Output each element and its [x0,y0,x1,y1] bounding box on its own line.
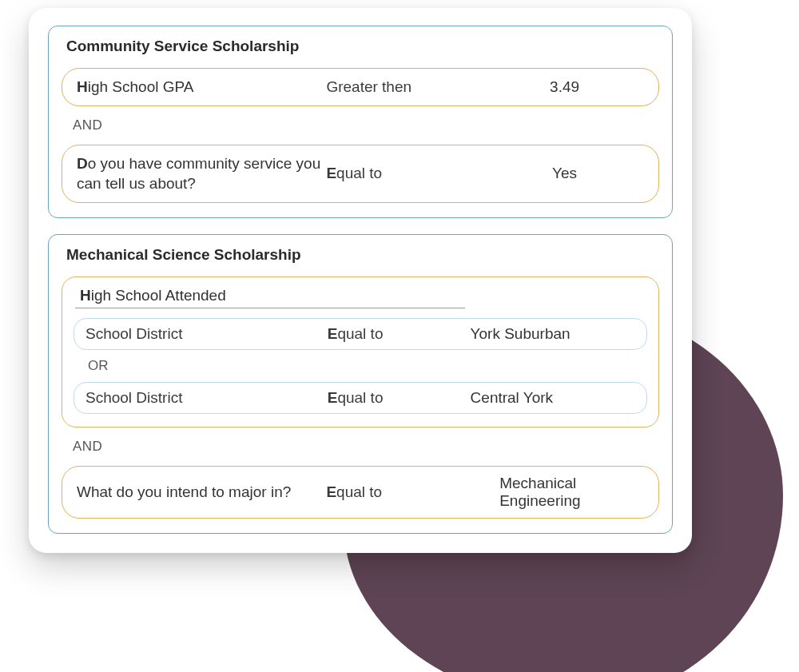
rule-operator: Equal to [328,389,471,407]
rule-value: Yes [485,165,644,182]
rule-row[interactable]: School District Equal to York Suburban [74,318,647,350]
group-title: Community Service Scholarship [62,38,659,55]
rule-value: York Suburban [471,325,635,343]
rule-field: What do you intend to major in? [77,482,326,503]
rule-field: School District [85,389,328,407]
conjunction-and: AND [62,106,659,145]
rule-value: Central York [471,389,635,407]
rule-field: High School GPA [77,77,326,97]
scholarship-group-community-service: Community Service Scholarship High Schoo… [48,26,673,218]
rule-value: Mechanical Engineering [485,475,644,510]
nested-rule-group: High School Attended School District Equ… [62,276,659,427]
rule-row[interactable]: What do you intend to major in? Equal to… [62,466,659,519]
rule-field: Do you have community service you can te… [77,153,326,194]
rule-row[interactable]: School District Equal to Central York [74,382,647,414]
rule-operator: Equal to [328,325,471,343]
rule-value: 3.49 [485,78,644,96]
nested-group-title: High School Attended [75,287,465,308]
conjunction-and: AND [62,427,659,466]
rule-operator: Equal to [326,165,485,182]
rule-operator: Equal to [326,483,485,501]
scholarship-group-mechanical-science: Mechanical Science Scholarship High Scho… [48,234,673,534]
rule-field: School District [85,325,328,343]
rules-card: Community Service Scholarship High Schoo… [29,8,692,553]
rule-row[interactable]: Do you have community service you can te… [62,145,659,203]
rule-operator: Greater then [326,78,485,96]
group-title: Mechanical Science Scholarship [62,246,659,264]
rule-row[interactable]: High School GPA Greater then 3.49 [62,68,659,106]
conjunction-or: OR [74,350,647,382]
